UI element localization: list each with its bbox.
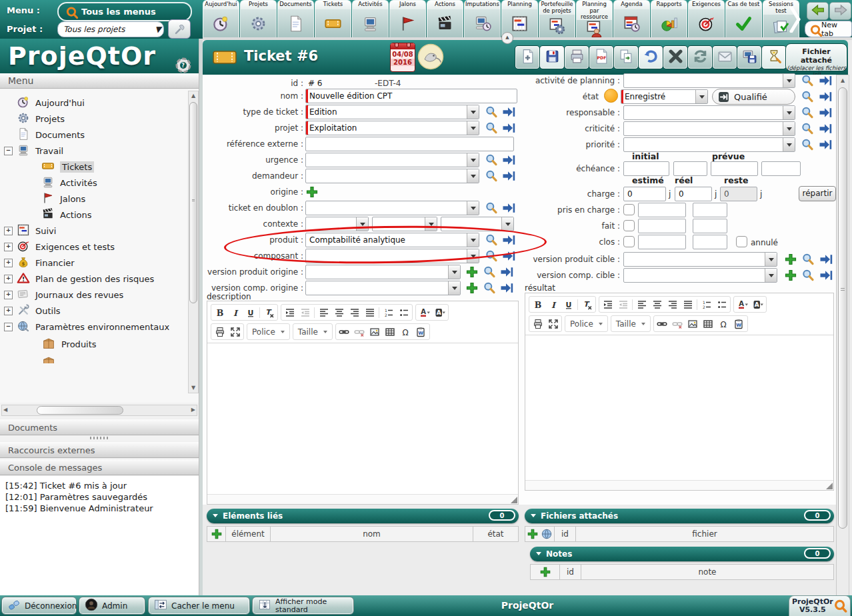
bullet-list-icon[interactable] [396, 305, 411, 320]
vpc-select[interactable] [623, 252, 777, 267]
responsable-select[interactable] [623, 105, 795, 120]
annule-checkbox[interactable] [736, 236, 747, 247]
print-icon[interactable] [212, 324, 227, 339]
align-center-icon[interactable] [649, 297, 665, 312]
tab-activites[interactable]: Activités [352, 0, 389, 38]
chevron-down-icon[interactable] [783, 106, 795, 119]
clos-checkbox[interactable] [623, 236, 635, 247]
refresh-button[interactable] [687, 45, 713, 69]
tab-actions[interactable]: Actions [427, 0, 463, 38]
removeformat-icon[interactable]: T [261, 305, 277, 320]
sidebar-item-risques[interactable]: !Plan de gestion des risques [17, 271, 154, 286]
print-button[interactable] [564, 45, 589, 69]
scroll-right-icon[interactable]: ▶ [191, 405, 195, 415]
qualify-button[interactable]: Qualifié [712, 89, 795, 105]
goto-icon[interactable] [819, 122, 832, 135]
omega-icon[interactable]: Ω [716, 316, 731, 331]
print-icon[interactable] [530, 316, 545, 331]
chevron-down-icon[interactable] [783, 74, 795, 87]
bgcolor-icon[interactable]: A [750, 297, 765, 312]
outdent-icon[interactable] [297, 305, 313, 320]
outdent-icon[interactable] [615, 297, 631, 312]
removeformat-icon[interactable]: T [579, 297, 595, 312]
repartir-button[interactable]: répartir [799, 186, 836, 201]
description-textarea[interactable] [207, 343, 518, 494]
scroll-down-icon[interactable]: ▼ [189, 383, 198, 393]
sidebar-item-aujourdhui[interactable]: Aujourd'hui [17, 95, 85, 110]
mode-button[interactable]: Afficher mode standard [252, 597, 354, 615]
goto-icon[interactable] [819, 106, 832, 119]
fait-date-input[interactable] [638, 219, 686, 233]
goto-icon[interactable] [819, 90, 832, 103]
align-right-icon[interactable] [665, 297, 680, 312]
scroll-left-icon[interactable]: ◀ [3, 405, 7, 415]
vco-select[interactable] [305, 281, 461, 295]
section-raccourcis[interactable]: Raccourcis externes [0, 441, 199, 458]
ordered-list-icon[interactable]: 12 [381, 305, 396, 320]
add-icon[interactable] [539, 566, 551, 578]
version-badge[interactable]: ProjeQtOrV5.3.5 [789, 595, 851, 616]
clone-button[interactable] [737, 45, 762, 69]
tree-expand-outils[interactable]: + [4, 307, 13, 315]
clos-time-input[interactable] [693, 235, 727, 249]
vcc-select[interactable] [623, 268, 777, 283]
main-scrollbar-thumb[interactable] [838, 87, 847, 529]
unlink-icon[interactable] [670, 316, 685, 331]
resize-handle[interactable] [511, 497, 517, 503]
fait-checkbox[interactable] [623, 220, 635, 231]
resize-handle[interactable] [826, 483, 833, 489]
omega-icon[interactable]: Ω [398, 324, 413, 339]
sidebar-item-projets[interactable]: Projets [17, 111, 65, 126]
nav-forward-button[interactable] [829, 2, 851, 20]
add-icon[interactable] [527, 528, 539, 540]
sidebar-item-travail[interactable]: Travail [17, 143, 63, 158]
italic-icon[interactable]: I [227, 305, 243, 320]
charge-reel-input[interactable]: 0 [675, 187, 712, 201]
tree-expand-exigences[interactable]: + [4, 243, 13, 251]
bgcolor-icon[interactable]: A [432, 305, 447, 320]
activite-select[interactable] [623, 73, 795, 88]
add-linked-cell[interactable] [207, 526, 226, 542]
chevron-down-icon[interactable] [448, 281, 460, 295]
chevron-down-icon[interactable] [356, 217, 368, 231]
chevron-down-icon[interactable] [425, 217, 437, 231]
tree-expand-financier[interactable]: + [4, 259, 13, 267]
search-icon[interactable] [801, 74, 814, 87]
pris-time-input[interactable] [693, 203, 727, 217]
goto-icon[interactable] [819, 269, 833, 282]
underline-icon[interactable]: U [561, 297, 576, 312]
contexte-select-2[interactable] [372, 217, 437, 231]
chevron-down-icon[interactable] [783, 138, 795, 151]
sidebar-item-tickets[interactable]: Tickets [41, 159, 94, 174]
tab-projets[interactable]: Projets [240, 0, 277, 38]
tree-expand-suivi[interactable]: + [4, 227, 13, 235]
align-left-icon[interactable] [316, 305, 331, 320]
indent-icon[interactable] [282, 305, 297, 320]
indent-icon[interactable] [600, 297, 615, 312]
goto-icon[interactable] [819, 138, 832, 151]
echeance-prevue-input[interactable] [711, 161, 758, 176]
align-left-icon[interactable] [634, 297, 649, 312]
tree-expand-journaux[interactable]: + [4, 291, 13, 299]
image-icon[interactable] [685, 316, 701, 331]
menu-selector[interactable]: Tous les menus [57, 2, 192, 21]
search-icon[interactable] [801, 106, 814, 119]
fait-time-input[interactable] [693, 219, 727, 233]
chevron-down-icon[interactable] [765, 253, 777, 266]
chevron-down-icon[interactable] [783, 122, 795, 135]
add-icon[interactable] [465, 281, 479, 295]
chevron-down-icon[interactable] [765, 269, 777, 282]
goto-icon[interactable] [500, 281, 513, 295]
tab-planning-ressource[interactable]: Planning par ressource [576, 0, 613, 38]
add-icon[interactable] [211, 528, 223, 540]
delete-button[interactable] [663, 45, 688, 69]
link-icon[interactable] [655, 316, 670, 331]
attached-files-header[interactable]: Fichiers attachés 0 [525, 509, 834, 523]
help-icon[interactable]: ? [175, 48, 192, 65]
ordered-list-icon[interactable]: 12 [699, 297, 714, 312]
tree-scrollbar-horizontal[interactable]: ◀ ▶ [1, 405, 197, 416]
tree-expand-risques[interactable]: + [4, 275, 13, 283]
notes-header[interactable]: Notes 0 [530, 547, 834, 561]
sidebar-item-parametres[interactable]: Paramètres environnementaux [17, 319, 169, 334]
align-center-icon[interactable] [331, 305, 347, 320]
